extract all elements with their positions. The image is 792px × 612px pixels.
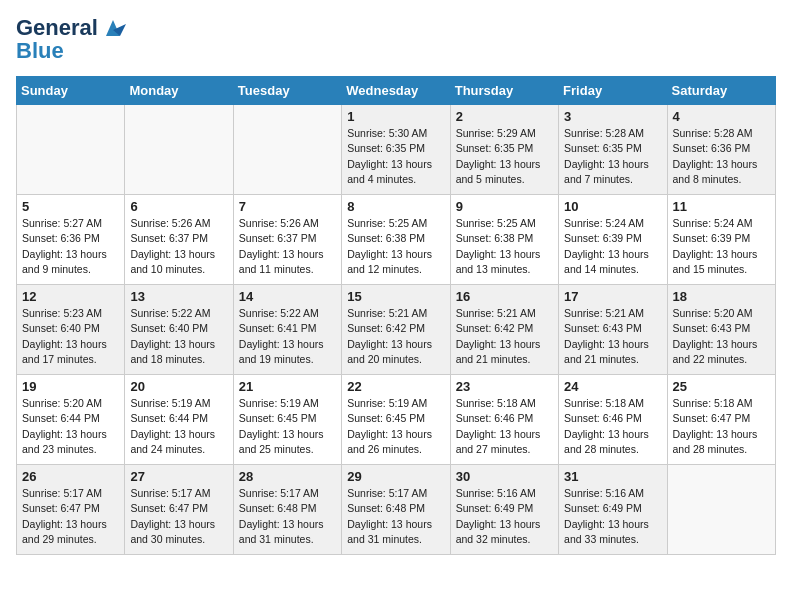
weekday-header-sunday: Sunday — [17, 77, 125, 105]
calendar-cell: 8Sunrise: 5:25 AM Sunset: 6:38 PM Daylig… — [342, 195, 450, 285]
calendar-cell: 12Sunrise: 5:23 AM Sunset: 6:40 PM Dayli… — [17, 285, 125, 375]
day-number: 5 — [22, 199, 119, 214]
day-number: 16 — [456, 289, 553, 304]
calendar-cell: 26Sunrise: 5:17 AM Sunset: 6:47 PM Dayli… — [17, 465, 125, 555]
day-number: 1 — [347, 109, 444, 124]
cell-info: Sunrise: 5:25 AM Sunset: 6:38 PM Dayligh… — [456, 216, 553, 277]
calendar-cell: 13Sunrise: 5:22 AM Sunset: 6:40 PM Dayli… — [125, 285, 233, 375]
day-number: 18 — [673, 289, 770, 304]
cell-info: Sunrise: 5:20 AM Sunset: 6:44 PM Dayligh… — [22, 396, 119, 457]
cell-info: Sunrise: 5:16 AM Sunset: 6:49 PM Dayligh… — [564, 486, 661, 547]
logo: General Blue — [16, 16, 126, 64]
calendar-cell: 18Sunrise: 5:20 AM Sunset: 6:43 PM Dayli… — [667, 285, 775, 375]
calendar-cell: 25Sunrise: 5:18 AM Sunset: 6:47 PM Dayli… — [667, 375, 775, 465]
day-number: 14 — [239, 289, 336, 304]
calendar-cell: 19Sunrise: 5:20 AM Sunset: 6:44 PM Dayli… — [17, 375, 125, 465]
calendar-table: SundayMondayTuesdayWednesdayThursdayFrid… — [16, 76, 776, 555]
calendar-cell: 16Sunrise: 5:21 AM Sunset: 6:42 PM Dayli… — [450, 285, 558, 375]
cell-info: Sunrise: 5:17 AM Sunset: 6:48 PM Dayligh… — [239, 486, 336, 547]
calendar-cell: 7Sunrise: 5:26 AM Sunset: 6:37 PM Daylig… — [233, 195, 341, 285]
calendar-cell: 10Sunrise: 5:24 AM Sunset: 6:39 PM Dayli… — [559, 195, 667, 285]
weekday-header-saturday: Saturday — [667, 77, 775, 105]
cell-info: Sunrise: 5:28 AM Sunset: 6:36 PM Dayligh… — [673, 126, 770, 187]
calendar-cell: 4Sunrise: 5:28 AM Sunset: 6:36 PM Daylig… — [667, 105, 775, 195]
calendar-cell — [233, 105, 341, 195]
calendar-cell: 9Sunrise: 5:25 AM Sunset: 6:38 PM Daylig… — [450, 195, 558, 285]
cell-info: Sunrise: 5:29 AM Sunset: 6:35 PM Dayligh… — [456, 126, 553, 187]
cell-info: Sunrise: 5:30 AM Sunset: 6:35 PM Dayligh… — [347, 126, 444, 187]
calendar-cell: 24Sunrise: 5:18 AM Sunset: 6:46 PM Dayli… — [559, 375, 667, 465]
day-number: 8 — [347, 199, 444, 214]
cell-info: Sunrise: 5:24 AM Sunset: 6:39 PM Dayligh… — [673, 216, 770, 277]
calendar-cell: 30Sunrise: 5:16 AM Sunset: 6:49 PM Dayli… — [450, 465, 558, 555]
calendar-cell — [125, 105, 233, 195]
calendar-cell: 11Sunrise: 5:24 AM Sunset: 6:39 PM Dayli… — [667, 195, 775, 285]
calendar-cell — [17, 105, 125, 195]
cell-info: Sunrise: 5:21 AM Sunset: 6:42 PM Dayligh… — [347, 306, 444, 367]
day-number: 23 — [456, 379, 553, 394]
cell-info: Sunrise: 5:21 AM Sunset: 6:43 PM Dayligh… — [564, 306, 661, 367]
calendar-cell: 23Sunrise: 5:18 AM Sunset: 6:46 PM Dayli… — [450, 375, 558, 465]
day-number: 2 — [456, 109, 553, 124]
calendar-cell: 29Sunrise: 5:17 AM Sunset: 6:48 PM Dayli… — [342, 465, 450, 555]
calendar-cell: 2Sunrise: 5:29 AM Sunset: 6:35 PM Daylig… — [450, 105, 558, 195]
weekday-header-row: SundayMondayTuesdayWednesdayThursdayFrid… — [17, 77, 776, 105]
day-number: 13 — [130, 289, 227, 304]
day-number: 17 — [564, 289, 661, 304]
weekday-header-tuesday: Tuesday — [233, 77, 341, 105]
day-number: 27 — [130, 469, 227, 484]
cell-info: Sunrise: 5:19 AM Sunset: 6:45 PM Dayligh… — [347, 396, 444, 457]
cell-info: Sunrise: 5:28 AM Sunset: 6:35 PM Dayligh… — [564, 126, 661, 187]
day-number: 4 — [673, 109, 770, 124]
cell-info: Sunrise: 5:26 AM Sunset: 6:37 PM Dayligh… — [130, 216, 227, 277]
day-number: 3 — [564, 109, 661, 124]
calendar-cell: 14Sunrise: 5:22 AM Sunset: 6:41 PM Dayli… — [233, 285, 341, 375]
calendar-cell: 15Sunrise: 5:21 AM Sunset: 6:42 PM Dayli… — [342, 285, 450, 375]
cell-info: Sunrise: 5:20 AM Sunset: 6:43 PM Dayligh… — [673, 306, 770, 367]
calendar-cell: 5Sunrise: 5:27 AM Sunset: 6:36 PM Daylig… — [17, 195, 125, 285]
cell-info: Sunrise: 5:17 AM Sunset: 6:47 PM Dayligh… — [130, 486, 227, 547]
calendar-cell: 3Sunrise: 5:28 AM Sunset: 6:35 PM Daylig… — [559, 105, 667, 195]
page-header: General Blue — [16, 16, 776, 64]
cell-info: Sunrise: 5:16 AM Sunset: 6:49 PM Dayligh… — [456, 486, 553, 547]
cell-info: Sunrise: 5:19 AM Sunset: 6:44 PM Dayligh… — [130, 396, 227, 457]
cell-info: Sunrise: 5:18 AM Sunset: 6:46 PM Dayligh… — [564, 396, 661, 457]
calendar-cell: 20Sunrise: 5:19 AM Sunset: 6:44 PM Dayli… — [125, 375, 233, 465]
calendar-cell: 31Sunrise: 5:16 AM Sunset: 6:49 PM Dayli… — [559, 465, 667, 555]
cell-info: Sunrise: 5:18 AM Sunset: 6:46 PM Dayligh… — [456, 396, 553, 457]
day-number: 28 — [239, 469, 336, 484]
calendar-row-3: 12Sunrise: 5:23 AM Sunset: 6:40 PM Dayli… — [17, 285, 776, 375]
cell-info: Sunrise: 5:23 AM Sunset: 6:40 PM Dayligh… — [22, 306, 119, 367]
day-number: 6 — [130, 199, 227, 214]
weekday-header-friday: Friday — [559, 77, 667, 105]
cell-info: Sunrise: 5:22 AM Sunset: 6:40 PM Dayligh… — [130, 306, 227, 367]
day-number: 15 — [347, 289, 444, 304]
weekday-header-thursday: Thursday — [450, 77, 558, 105]
cell-info: Sunrise: 5:18 AM Sunset: 6:47 PM Dayligh… — [673, 396, 770, 457]
cell-info: Sunrise: 5:17 AM Sunset: 6:48 PM Dayligh… — [347, 486, 444, 547]
day-number: 11 — [673, 199, 770, 214]
day-number: 22 — [347, 379, 444, 394]
calendar-cell — [667, 465, 775, 555]
cell-info: Sunrise: 5:25 AM Sunset: 6:38 PM Dayligh… — [347, 216, 444, 277]
calendar-cell: 17Sunrise: 5:21 AM Sunset: 6:43 PM Dayli… — [559, 285, 667, 375]
cell-info: Sunrise: 5:21 AM Sunset: 6:42 PM Dayligh… — [456, 306, 553, 367]
calendar-cell: 21Sunrise: 5:19 AM Sunset: 6:45 PM Dayli… — [233, 375, 341, 465]
day-number: 25 — [673, 379, 770, 394]
day-number: 20 — [130, 379, 227, 394]
day-number: 21 — [239, 379, 336, 394]
calendar-row-2: 5Sunrise: 5:27 AM Sunset: 6:36 PM Daylig… — [17, 195, 776, 285]
cell-info: Sunrise: 5:24 AM Sunset: 6:39 PM Dayligh… — [564, 216, 661, 277]
weekday-header-monday: Monday — [125, 77, 233, 105]
day-number: 10 — [564, 199, 661, 214]
day-number: 26 — [22, 469, 119, 484]
day-number: 29 — [347, 469, 444, 484]
cell-info: Sunrise: 5:19 AM Sunset: 6:45 PM Dayligh… — [239, 396, 336, 457]
cell-info: Sunrise: 5:22 AM Sunset: 6:41 PM Dayligh… — [239, 306, 336, 367]
day-number: 19 — [22, 379, 119, 394]
cell-info: Sunrise: 5:26 AM Sunset: 6:37 PM Dayligh… — [239, 216, 336, 277]
day-number: 9 — [456, 199, 553, 214]
day-number: 30 — [456, 469, 553, 484]
calendar-cell: 22Sunrise: 5:19 AM Sunset: 6:45 PM Dayli… — [342, 375, 450, 465]
day-number: 12 — [22, 289, 119, 304]
